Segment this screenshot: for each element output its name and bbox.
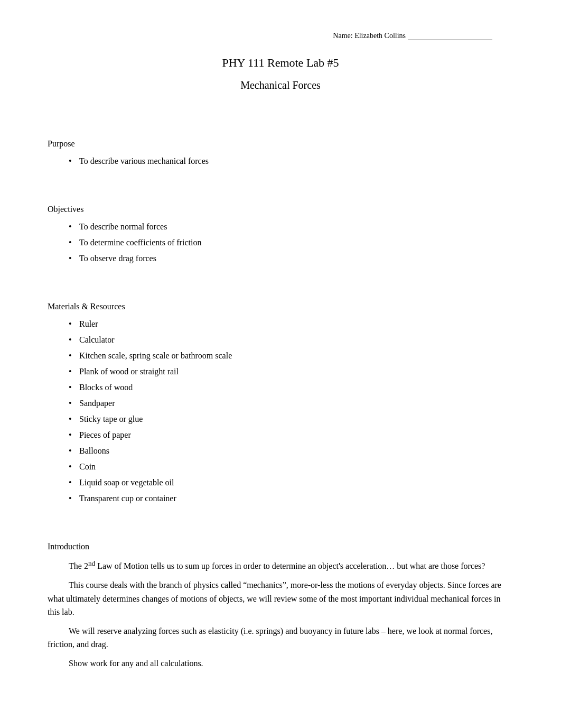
list-item: Blocks of wood xyxy=(69,381,513,394)
introduction-heading: Introduction xyxy=(48,542,513,551)
page: Name: Elizabeth Collins PHY 111 Remote L… xyxy=(0,0,561,728)
name-line: Name: Elizabeth Collins xyxy=(48,32,513,40)
materials-heading: Materials & Resources xyxy=(48,302,513,311)
materials-list: Ruler Calculator Kitchen scale, spring s… xyxy=(69,318,513,505)
objectives-section: Objectives To describe normal forces To … xyxy=(48,205,513,265)
name-underline-decoration xyxy=(408,40,492,40)
materials-section: Materials & Resources Ruler Calculator K… xyxy=(48,302,513,505)
purpose-section: Purpose To describe various mechanical f… xyxy=(48,139,513,168)
list-item: Transparent cup or container xyxy=(69,492,513,505)
list-item: Coin xyxy=(69,460,513,473)
list-item: Sandpaper xyxy=(69,397,513,410)
main-title: PHY 111 Remote Lab #5 xyxy=(48,56,513,70)
list-item: To describe various mechanical forces xyxy=(69,155,513,168)
sub-title: Mechanical Forces xyxy=(48,79,513,91)
objectives-heading: Objectives xyxy=(48,205,513,214)
superscript-nd: nd xyxy=(88,559,95,567)
list-item: Ruler xyxy=(69,318,513,330)
list-item: Balloons xyxy=(69,445,513,457)
objectives-list: To describe normal forces To determine c… xyxy=(69,220,513,265)
name-label: Name: Elizabeth Collins xyxy=(333,32,406,40)
list-item: Calculator xyxy=(69,334,513,346)
list-item: To observe drag forces xyxy=(69,252,513,265)
list-item: Pieces of paper xyxy=(69,429,513,441)
list-item: To determine coefficients of friction xyxy=(69,236,513,249)
purpose-heading: Purpose xyxy=(48,139,513,149)
list-item: Plank of wood or straight rail xyxy=(69,365,513,378)
intro-paragraph-1: The 2nd Law of Motion tells us to sum up… xyxy=(48,558,513,573)
list-item: Liquid soap or vegetable oil xyxy=(69,476,513,489)
introduction-section: Introduction The 2nd Law of Motion tells… xyxy=(48,542,513,670)
intro-paragraph-3: We will reserve analyzing forces such as… xyxy=(48,624,513,651)
list-item: Kitchen scale, spring scale or bathroom … xyxy=(69,349,513,362)
intro-paragraph-4: Show work for any and all calculations. xyxy=(48,657,513,670)
list-item: Sticky tape or glue xyxy=(69,413,513,426)
intro-paragraph-2: This course deals with the branch of phy… xyxy=(48,578,513,619)
purpose-list: To describe various mechanical forces xyxy=(69,155,513,168)
list-item: To describe normal forces xyxy=(69,220,513,233)
